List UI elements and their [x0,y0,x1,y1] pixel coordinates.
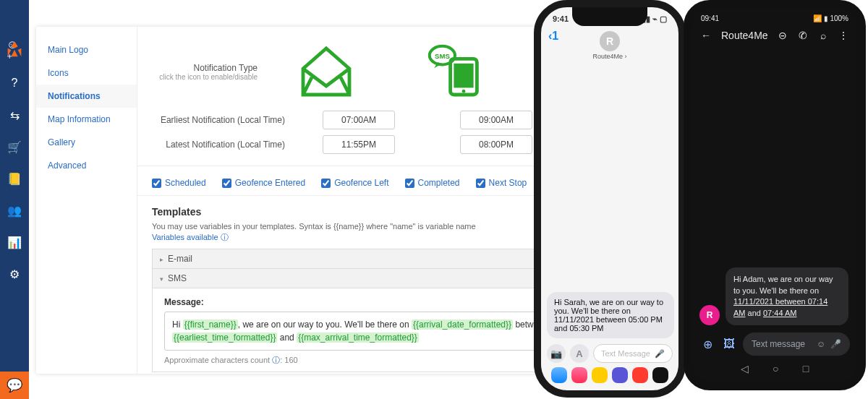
wifi-icon: 📶 [813,14,824,22]
android-preview: 09:41 📶 ▮ 100% ← Route4Me ⊝ ✆ ⌕ ⋮ R Hi A… [684,0,866,390]
settings-side-nav: Main Logo Icons Notifications Map Inform… [36,27,137,374]
iphone-notch [572,7,647,26]
var-first-name: {{first_name}} [183,319,238,330]
dock-app-6[interactable] [652,367,668,383]
android-back-button[interactable]: ← [701,30,711,41]
android-contact-avatar: R [699,305,720,325]
rail-team-icon[interactable]: 👥 [7,202,22,218]
dock-app-2[interactable] [571,367,587,383]
tab-geofence-left[interactable]: Geofence Left [321,178,388,195]
app-icon-rail: ☺⁺ ? ⇆ 🛒 📒 👥 📊 ⚙ [0,0,29,399]
channel-email-toggle[interactable] [290,43,362,100]
svg-text:SMS: SMS [435,52,450,60]
android-more-icon[interactable]: ⋮ [838,30,848,41]
rail-cart-icon[interactable]: 🛒 [7,139,22,155]
iphone-back-button[interactable]: ‹1 [548,30,558,43]
android-add-button[interactable]: ⊕ [699,336,715,352]
android-message-bubble: Hi Adam, we are on our way to you. We'll… [726,267,848,325]
android-call-icon[interactable]: ✆ [798,30,808,41]
android-nav-bar: ◁ ○ □ [699,356,850,374]
channel-sms-toggle[interactable]: SMS [419,43,491,100]
variables-available-link[interactable]: Variables available ⓘ [152,233,229,241]
android-nav-home[interactable]: ○ [773,363,778,374]
iphone-app-dock [547,363,673,385]
dock-app-1[interactable] [551,367,567,383]
dock-app-5[interactable] [632,367,648,383]
android-search-icon[interactable]: ⌕ [818,30,828,41]
var-arrival-date: {{arrival_date_formatted}} [412,319,513,330]
rail-settings-user-icon[interactable]: ⚙ [7,266,22,282]
iphone-message-bubble: Hi Sarah, we are on our way to you. We'l… [547,292,674,338]
rail-chart-icon[interactable]: 📊 [7,234,22,250]
var-earliest-time: {{earliest_time_formatted}} [172,332,277,343]
android-nav-back[interactable]: ◁ [741,363,749,374]
iphone-chat-header: ‹1 R Route4Me › [541,27,678,60]
sms-latest-input[interactable]: 08:00PM [460,135,532,154]
tab-next-stop[interactable]: Next Stop [476,178,527,195]
android-nav-recent[interactable]: □ [803,363,809,374]
dock-app-4[interactable] [612,367,628,383]
iphone-contact-name: Route4Me › [541,53,678,60]
var-max-arrival: {{max_arrival_time_formatted}} [297,332,419,343]
emoji-icon[interactable]: ☺ [817,339,825,349]
tab-geofence-entered[interactable]: Geofence Entered [222,178,305,195]
sms-phone-icon: SMS [426,43,484,100]
iphone-camera-button[interactable]: 📷 [547,344,566,363]
sms-earliest-input[interactable]: 09:00AM [460,111,532,129]
email-latest-input[interactable]: 11:55PM [323,135,395,154]
tab-completed[interactable]: Completed [405,178,460,195]
iphone-contact-avatar[interactable]: R [600,31,620,51]
rail-book-icon[interactable]: 📒 [7,171,22,186]
android-mic-icon[interactable]: 🎤 [830,339,841,349]
sidenav-advanced[interactable]: Advanced [36,154,137,177]
iphone-appstore-button[interactable]: A [570,344,589,363]
rail-route-icon[interactable]: ⇆ [7,107,22,123]
android-chat-header: ← Route4Me ⊝ ✆ ⌕ ⋮ [692,25,857,48]
iphone-preview: 9:41 ▮▮ ⌁ ▢ ‹1 R Route4Me › Hi Sarah, we… [534,0,686,398]
tab-scheduled[interactable]: Scheduled [152,178,206,195]
android-status-bar: 09:41 📶 ▮ 100% [692,9,857,25]
app-logo-icon [4,40,25,60]
mic-icon: 🎤 [655,349,665,359]
email-earliest-input[interactable]: 07:00AM [323,111,395,129]
sidenav-gallery[interactable]: Gallery [36,131,137,154]
sidenav-main-logo[interactable]: Main Logo [36,38,137,61]
latest-label: Latest Notification (Local Time) [158,140,295,150]
android-contact-name: Route4Me [721,30,768,41]
sidenav-notifications[interactable]: Notifications [36,85,137,108]
envelope-icon [297,43,355,100]
sidenav-map-info[interactable]: Map Information [36,108,137,131]
support-chat-button[interactable]: 💬 [0,372,29,399]
android-gallery-button[interactable]: 🖼 [721,336,737,352]
dock-app-3[interactable] [592,367,608,383]
android-video-icon[interactable]: ⊝ [778,30,788,41]
rail-help-icon[interactable]: ? [7,75,22,91]
sidenav-icons[interactable]: Icons [36,61,137,85]
svg-rect-1 [454,64,473,88]
android-text-input[interactable]: Text message ☺ 🎤 [743,332,850,356]
svg-point-2 [462,90,466,93]
notification-type-label: Notification Type click the icon to enab… [158,63,266,81]
earliest-label: Earliest Notification (Local Time) [158,115,295,125]
iphone-text-input[interactable]: Text Message🎤 [593,344,673,363]
